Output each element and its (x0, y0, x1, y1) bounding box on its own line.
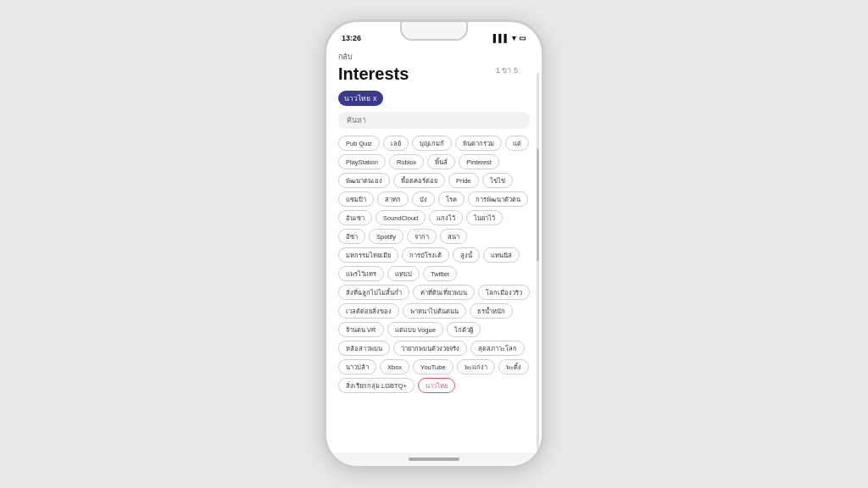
interest-tag[interactable]: แกงไว้ (429, 210, 463, 225)
interest-tag[interactable]: จากา (407, 229, 437, 244)
interest-tag[interactable]: พะแก่งา (457, 359, 495, 374)
interest-tag[interactable]: แทนนิส (483, 247, 520, 263)
interest-tag[interactable]: อีซา (338, 229, 365, 244)
interest-tag[interactable]: พาหนาไปต้นตนน (403, 303, 466, 319)
interest-tag[interactable]: YouTube (413, 359, 453, 374)
interest-tag[interactable]: ค่าที่ดินเที่ยวพบน (413, 285, 475, 300)
wifi-icon: ▾ (512, 34, 516, 42)
search-input[interactable] (338, 112, 530, 129)
interest-tag[interactable]: พะดิ้ง (498, 359, 529, 374)
interest-tag[interactable]: มหกรรมไทยเมีย (338, 247, 398, 263)
interest-tag[interactable]: สนา (440, 229, 467, 244)
interest-tag[interactable]: โรค (438, 191, 465, 207)
interest-tag[interactable]: Pub Quiz (338, 136, 380, 151)
interest-tag[interactable]: พัฒนาตนเอง (338, 173, 390, 188)
interest-tag[interactable]: การพัฒนาตัวตน (468, 191, 528, 207)
interest-tag[interactable]: Pride (448, 173, 479, 188)
interest-tag[interactable]: Spotify (369, 229, 403, 244)
interest-tag[interactable]: แต่ (505, 136, 529, 151)
interest-tag[interactable]: Xbox (380, 359, 409, 374)
interest-tag[interactable]: Roblox (389, 154, 424, 169)
interest-tag[interactable]: พิ้นส์ (427, 154, 455, 169)
interest-tag[interactable]: สิ่งเรียกกลุ่ม LGBTQ+ (338, 378, 415, 393)
interest-tag[interactable]: เลย์ (383, 136, 409, 151)
interest-tag[interactable]: Twitter (423, 266, 457, 281)
interest-tag[interactable]: แซมป้า (338, 191, 374, 207)
interest-tag[interactable]: นาวปล้า (338, 359, 376, 374)
interest-tag[interactable]: สูงนั้ (453, 247, 480, 263)
interest-tag[interactable]: อินเซา (338, 210, 372, 225)
interest-tag[interactable]: จ้านตน VR (338, 322, 384, 337)
battery-icon: ▭ (519, 34, 526, 42)
notch (400, 22, 468, 41)
interest-tag[interactable]: โลกเมืองวริว (478, 285, 530, 300)
page-count: 1 ขา 5 (496, 64, 518, 76)
interest-tag[interactable]: พื้อดคอร์ต่อย (393, 173, 445, 188)
tags-container: Pub Quizเลย์บุญเกมก์พินดากร่วมแต่PlaySta… (338, 136, 530, 393)
interest-tag[interactable]: แพรไว้แทร (338, 266, 384, 281)
home-bar (409, 458, 459, 461)
interest-tag[interactable]: SoundCloud (376, 210, 426, 225)
selected-interest-tag[interactable]: นาวไทย x (338, 91, 383, 106)
interest-tag[interactable]: Pinterest (459, 154, 499, 169)
interest-tag[interactable]: แทบป (387, 266, 420, 281)
interest-tag[interactable]: หล้อสาวพบน (338, 341, 390, 356)
interest-tag[interactable]: บัง (412, 191, 435, 207)
screen-content: กลับ Interests 1 ขา 5 นาวไทย x Pub Quizเ… (326, 46, 542, 452)
interest-tag[interactable]: แต่แบบ Vogue (387, 322, 443, 337)
phone-frame: 13:26 ▌▌▌ ▾ ▭ กลับ Interests 1 ขา 5 นาวไ… (324, 19, 544, 469)
interest-tag[interactable]: ไนยาไว้ (466, 210, 503, 225)
interest-tag[interactable]: สุดสภาวะโลก (470, 341, 525, 356)
interest-tag[interactable]: สิ่งที่ฉลูกไปไม่สิ้นก่ำ (338, 285, 409, 300)
scrollbar-thumb[interactable] (537, 148, 539, 261)
remove-tag-button[interactable]: x (373, 94, 377, 103)
interest-tag[interactable]: สาทก (377, 191, 409, 207)
interest-tag[interactable]: ไข่ไข่ (482, 173, 513, 188)
interest-tag[interactable]: ว่ายากพบนตัวงวยจรัง (393, 341, 467, 356)
interest-tag[interactable]: บุญเกมก์ (412, 136, 452, 151)
interest-tag[interactable]: ไก่ตัวผู้ (447, 322, 481, 337)
interest-tag[interactable]: เวลต์ต่อยสิ่งของ (338, 303, 399, 319)
back-link[interactable]: กลับ (338, 46, 530, 64)
page-title: Interests (338, 64, 409, 84)
interest-tag[interactable]: นาวไทย (418, 378, 455, 393)
interest-tag[interactable]: ธรน้ำหนัก (470, 303, 513, 319)
signal-icon: ▌▌▌ (493, 34, 509, 42)
interest-tag[interactable]: พินดากร่วม (455, 136, 502, 151)
status-icons: ▌▌▌ ▾ ▭ (493, 34, 526, 42)
title-row: Interests 1 ขา 5 (338, 64, 530, 87)
interest-tag[interactable]: PlayStation (338, 154, 386, 169)
scrollbar-track (537, 73, 539, 449)
interest-tag[interactable]: การบัโรงเต้ (402, 247, 449, 263)
selected-tag-label: นาวไทย (344, 92, 370, 104)
home-indicator (326, 452, 542, 466)
time: 13:26 (342, 34, 361, 42)
